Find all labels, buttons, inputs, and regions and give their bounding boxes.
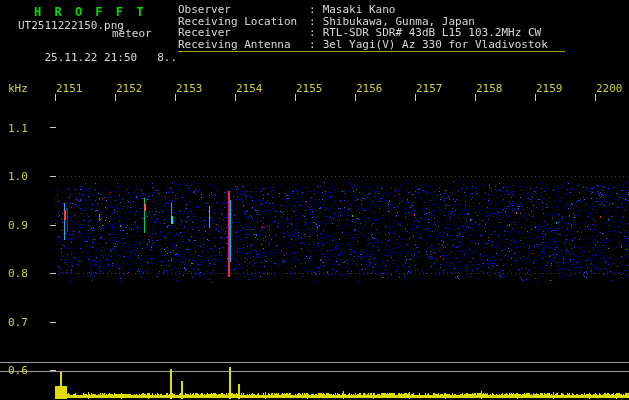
time-label: 2159	[536, 82, 563, 95]
khz-unit-label: kHz	[8, 82, 28, 95]
info-separator: :	[309, 4, 323, 16]
info-value-receiver: RTL-SDR SDR# 43dB L15 103.2MHz CW	[323, 27, 542, 39]
time-label: 2153	[176, 82, 203, 95]
time-label: 2154	[236, 82, 263, 95]
freq-label: 0.8	[8, 267, 28, 280]
info-row-observer: Observer:Masaki Kano	[178, 4, 548, 16]
freq-label: 0.9	[8, 219, 28, 232]
freq-label: 0.7	[8, 316, 28, 329]
info-value-observer: Masaki Kano	[323, 4, 396, 16]
info-separator: :	[309, 27, 323, 39]
header-underline	[178, 51, 565, 52]
freq-label: 1.1	[8, 122, 28, 135]
output-filename: UT2511222150.png	[18, 19, 124, 32]
timestamp-row: 25.11.22 21:508..	[18, 38, 177, 77]
station-info: Observer:Masaki Kano Receiving Location:…	[178, 4, 548, 50]
time-label: 2156	[356, 82, 383, 95]
info-separator: :	[309, 39, 323, 51]
time-label: 2158	[476, 82, 503, 95]
hrofft-screen: H R O F F T UT2511222150.png meteor 25.1…	[0, 0, 629, 400]
echo-counter: 8..	[157, 51, 177, 64]
info-value-antenna: 3el Yagi(V) Az 330 for Vladivostok	[323, 39, 548, 51]
info-row-antenna: Receiving Antenna:3el Yagi(V) Az 330 for…	[178, 39, 548, 51]
info-label-antenna: Receiving Antenna	[178, 39, 309, 51]
time-label: 2155	[296, 82, 323, 95]
time-label: 2152	[116, 82, 143, 95]
time-label: 2151	[56, 82, 83, 95]
time-label: 2157	[416, 82, 443, 95]
freq-label: 0.6	[8, 364, 28, 377]
info-row-receiver: Receiver:RTL-SDR SDR# 43dB L15 103.2MHz …	[178, 27, 548, 39]
info-label-receiver: Receiver	[178, 27, 309, 39]
freq-label: 1.0	[8, 170, 28, 183]
date-time-text: 25.11.22 21:50	[45, 51, 138, 64]
info-label-observer: Observer	[178, 4, 309, 16]
app-title: H R O F F T	[34, 5, 146, 19]
time-label: 2200	[596, 82, 623, 95]
